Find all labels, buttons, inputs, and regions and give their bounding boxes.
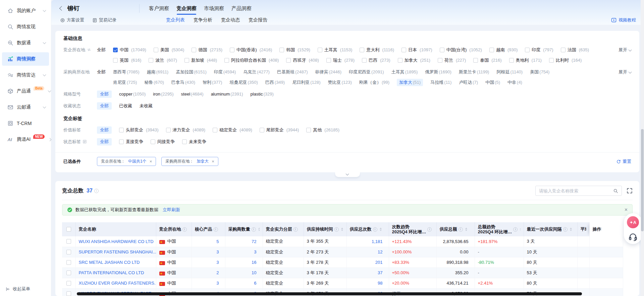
checkbox[interactable] <box>149 58 153 63</box>
competitor-country-option[interactable]: 加拿大(251) <box>398 57 430 64</box>
buyer-country-option[interactable]: 肯尼亚(725) <box>113 79 137 86</box>
sidebar-item-cloud-mail[interactable]: 云邮通 <box>2 101 49 114</box>
banner-close-icon[interactable]: × <box>625 207 628 213</box>
sidebar-item-data-link[interactable]: 数据通 <box>2 36 49 50</box>
row-checkbox[interactable] <box>66 250 71 254</box>
spec-option[interactable]: plastic(329) <box>251 91 274 98</box>
buyers-count[interactable]: 10 <box>252 270 256 275</box>
spec-option[interactable]: aluminum(2391) <box>211 91 243 98</box>
subtab-list[interactable]: 竞企列表 <box>165 17 186 23</box>
buyer-country-option[interactable]: 孟加拉国(6151) <box>176 68 207 76</box>
trade-records-button[interactable]: 贸易记录 <box>92 17 116 23</box>
sidebar-item-biz-insight[interactable]: 商情洞察 <box>2 52 49 66</box>
row-checkbox[interactable] <box>66 260 71 265</box>
checkbox[interactable] <box>326 58 331 63</box>
checkbox[interactable] <box>525 48 530 52</box>
status-tag-all[interactable]: 全部 <box>97 138 112 145</box>
sort-control[interactable] <box>380 228 382 231</box>
competitor-country-option[interactable]: 越南(930) <box>489 46 518 54</box>
tab-product[interactable]: 产品洞察 <box>230 5 253 12</box>
competitor-country-option[interactable]: 中国(香港)(2416) <box>230 46 272 54</box>
company-name-link[interactable]: SRC METAL JIASHAN CO LTD <box>79 260 140 265</box>
buyer-country-option[interactable]: 印度(4594) <box>214 68 236 76</box>
favorite-all[interactable]: 全部 <box>97 102 112 110</box>
competitor-country-option[interactable]: 西班牙(408) <box>286 57 319 64</box>
competitor-country-option[interactable]: 美国(5304) <box>154 46 184 54</box>
plan-settings-button[interactable]: 方案设置 <box>60 17 84 23</box>
competitor-country-option[interactable]: 日本(1097) <box>401 46 432 54</box>
info-icon[interactable]: i <box>293 227 298 232</box>
select-all-checkbox[interactable] <box>66 227 71 232</box>
spec-all[interactable]: 全部 <box>97 91 112 98</box>
tab-market[interactable]: 市场洞察 <box>203 5 225 12</box>
checkbox[interactable] <box>306 128 311 132</box>
info-icon[interactable]: i <box>94 189 99 193</box>
value-tag-all[interactable]: 全部 <box>97 126 112 134</box>
checkbox[interactable] <box>119 128 124 132</box>
sort-control[interactable] <box>341 228 343 231</box>
buyer-location-all[interactable]: 全部 <box>97 68 106 86</box>
sidebar-item-biz-discovery[interactable]: 商情发现 <box>2 20 49 34</box>
buyer-country-option[interactable]: 中非(4) <box>507 79 522 86</box>
competitor-country-option[interactable]: 中国(台湾)(1052) <box>440 46 482 54</box>
buyer-country-option[interactable]: 美国(754) <box>530 68 549 76</box>
page-scrollbar[interactable] <box>641 0 644 296</box>
buyer-country-option[interactable]: 阿根廷(1140) <box>496 68 523 76</box>
sort-control[interactable] <box>520 228 520 231</box>
competitor-country-option[interactable]: 奥地利(171) <box>509 57 542 64</box>
checkbox[interactable] <box>113 58 118 63</box>
buyer-country-option[interactable]: 中国(5) <box>485 79 500 86</box>
buyers-count[interactable]: 3 <box>254 249 256 254</box>
checkbox[interactable] <box>473 58 478 63</box>
fullscreen-icon[interactable] <box>627 188 633 194</box>
info-icon[interactable]: i <box>373 227 377 232</box>
row-checkbox[interactable] <box>66 291 71 296</box>
competitor-country-option[interactable]: 波兰(607) <box>149 57 177 64</box>
sidebar-item-biz-radar[interactable]: 商情雷达 <box>2 68 49 82</box>
buyer-country-option[interactable]: 秘鲁(670) <box>144 79 164 86</box>
checkbox[interactable] <box>213 128 217 132</box>
supply-times[interactable]: 201 <box>375 260 383 265</box>
checkbox[interactable] <box>286 58 291 63</box>
checkbox[interactable] <box>318 48 322 52</box>
sidebar-item-t-crm[interactable]: T-CRM <box>2 117 49 130</box>
info-icon[interactable]: i <box>563 227 568 232</box>
supply-times[interactable]: 1,181 <box>372 239 383 244</box>
favorite-option[interactable]: 已收藏 <box>119 102 132 110</box>
competitor-country-option[interactable]: 法国(635) <box>561 46 589 54</box>
checkbox[interactable] <box>260 128 264 132</box>
customer-service-icon[interactable] <box>628 232 638 241</box>
checkbox[interactable] <box>166 128 171 132</box>
status-tag-option[interactable]: 未来竞争 <box>182 138 206 145</box>
competitor-country-option[interactable]: 意大利(1116) <box>360 46 394 54</box>
buyer-country-option[interactable]: 赞比亚(123) <box>328 79 352 86</box>
checkbox[interactable] <box>440 48 444 52</box>
buyer-country-option[interactable]: 巴拿马(430) <box>171 79 195 86</box>
company-name-link[interactable]: SUPERTOR FASTENING SHANGHAI... <box>79 249 156 254</box>
info-icon[interactable]: i <box>334 227 339 232</box>
value-tag-option[interactable]: 尾部竞企(3944) <box>260 126 299 134</box>
checkbox[interactable] <box>151 139 155 144</box>
info-icon[interactable]: i <box>427 227 432 232</box>
checkbox[interactable] <box>113 48 118 52</box>
subtab-dynamics[interactable]: 竞企动态 <box>220 17 241 23</box>
remove-tag-icon[interactable]: × <box>212 159 214 164</box>
search-icon[interactable] <box>613 188 618 193</box>
buyer-country-option[interactable]: 马拉维(11) <box>430 79 451 86</box>
core-products-count[interactable]: 3 <box>216 260 219 265</box>
buyer-country-option[interactable]: 智利(377) <box>203 79 222 86</box>
competitor-country-option[interactable]: 巴西(273) <box>362 57 390 64</box>
sort-control[interactable] <box>465 228 467 231</box>
buyers-count[interactable]: 6 <box>254 281 256 286</box>
value-tag-option[interactable]: 潜力竞企(4089) <box>166 126 206 134</box>
row-checkbox[interactable] <box>66 271 71 275</box>
competitor-country-option[interactable]: 荷兰(227) <box>438 57 466 64</box>
info-icon[interactable]: i <box>214 227 218 232</box>
buyer-country-option[interactable]: 菲律宾(2446) <box>315 68 342 76</box>
checkbox[interactable] <box>489 48 494 52</box>
supply-times[interactable]: 37 <box>378 270 382 275</box>
checkbox[interactable] <box>192 48 196 52</box>
sidebar-item-my-account[interactable]: 我的账户 <box>2 4 49 17</box>
competitor-country-option[interactable]: 土耳其(1153) <box>318 46 353 54</box>
checkbox[interactable] <box>184 58 189 63</box>
